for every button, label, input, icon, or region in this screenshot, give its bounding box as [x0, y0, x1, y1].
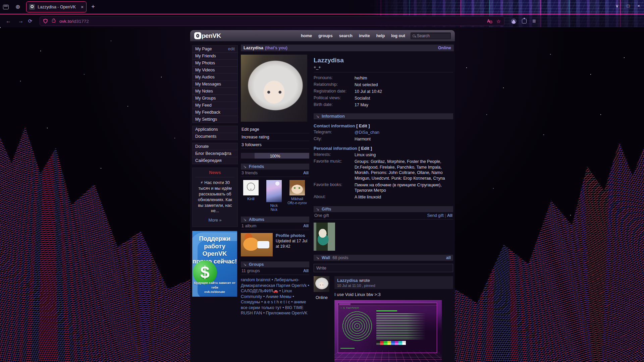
- bookmark-star-icon[interactable]: ☆: [496, 19, 501, 24]
- friends-row: Kirill Nick Nick Mikhail: [241, 180, 309, 212]
- nav-groups[interactable]: groups: [318, 34, 332, 38]
- search-input[interactable]: [417, 34, 449, 38]
- friend-name[interactable]: Kirill: [241, 197, 261, 201]
- site-nav: home groups search invite help log out: [301, 34, 405, 38]
- friend-name-2[interactable]: Nick: [264, 207, 284, 212]
- friend-item[interactable]: Nick Nick: [264, 180, 284, 212]
- translate-icon[interactable]: A: [487, 19, 492, 23]
- sidebar-item-my-feed[interactable]: My Feed: [193, 102, 237, 109]
- sidebar-item-documents[interactable]: Documents: [193, 133, 237, 140]
- contact-edit-link[interactable]: [ Edit ]: [356, 123, 370, 128]
- album-title-link[interactable]: Profile photos: [276, 233, 309, 238]
- nav-home[interactable]: home: [301, 34, 312, 38]
- personal-edit-link[interactable]: [ Edit ]: [359, 146, 372, 151]
- sidebar-item-applications[interactable]: Applications: [193, 126, 237, 133]
- sidebar-item-donate[interactable]: Donate: [193, 143, 237, 150]
- sidebar-item-my-groups[interactable]: My Groups: [193, 95, 237, 102]
- extensions-icon[interactable]: [522, 19, 527, 23]
- wall-all-link[interactable]: all: [446, 255, 451, 260]
- nav-help[interactable]: help: [376, 34, 385, 38]
- telegram-link[interactable]: @DiSa_chan: [355, 130, 453, 135]
- profile-status[interactable]: +_+: [314, 64, 453, 72]
- nav-logout[interactable]: log out: [391, 34, 405, 38]
- friend-name[interactable]: Nick: [264, 203, 284, 207]
- album-thumbnail[interactable]: [241, 233, 273, 256]
- nav-invite[interactable]: invite: [359, 34, 370, 38]
- sidebar-edit-link[interactable]: edit: [228, 47, 235, 51]
- url-bar[interactable]: ovk.to/id31772 A ☆: [40, 16, 504, 26]
- gifts-all-link[interactable]: All: [447, 213, 452, 218]
- sidebar-item-my-friends[interactable]: My Friends: [193, 52, 237, 59]
- friend-item[interactable]: Kirill: [241, 180, 261, 201]
- post-author-avatar[interactable]: [314, 276, 329, 292]
- browser-tab[interactable]: O Lazzydisa - OpenVK ×: [26, 1, 87, 12]
- menu-icon[interactable]: ≡: [532, 18, 536, 24]
- terminal-command: ~ $ fastfetch: [340, 307, 359, 309]
- reload-button[interactable]: ⟳: [26, 18, 34, 24]
- sidebar-item-my-notes[interactable]: My Notes: [193, 87, 237, 95]
- site-search: [411, 33, 451, 39]
- donate-banner-url: ovk.to/donate: [192, 290, 237, 294]
- followers-link[interactable]: 3 followers: [241, 141, 309, 149]
- post-author-link[interactable]: Lazzydisa: [337, 278, 358, 283]
- post-author-online: Online: [314, 295, 330, 300]
- groups-all-link[interactable]: All: [303, 268, 309, 273]
- sidebar-item-my-photos[interactable]: My Photos: [193, 59, 237, 66]
- information-title: Information: [322, 114, 345, 119]
- edit-page-link[interactable]: Edit page: [241, 126, 309, 133]
- field-value: Пикник на обочине (в принципе Стругацкие…: [355, 182, 453, 193]
- albums-all-link[interactable]: All: [303, 224, 309, 228]
- post-date[interactable]: 10 Jul at 11:10 , pinned: [337, 284, 450, 288]
- lock-icon[interactable]: [52, 20, 55, 22]
- online-status: Online: [438, 46, 451, 50]
- minimize-icon[interactable]: ∨: [615, 3, 619, 8]
- news-more-link[interactable]: More »: [195, 218, 235, 223]
- section-arrow-icon: ↘: [243, 217, 247, 222]
- openvk-logo[interactable]: penVK: [194, 32, 221, 40]
- sidebar-menu-secondary: Applications Documents: [192, 126, 238, 140]
- sidebar-item-blog[interactable]: Блог Веселкрафта: [193, 150, 237, 157]
- friend-avatar[interactable]: [243, 180, 259, 195]
- friend-item[interactable]: Mikhail Offz-e-eyrov: [287, 180, 307, 205]
- profile-strip-you: (that's you): [265, 46, 287, 50]
- sidebar-item-my-videos[interactable]: My Videos: [193, 66, 237, 73]
- close-icon[interactable]: ×: [637, 3, 640, 8]
- account-icon[interactable]: [511, 19, 516, 24]
- sidebar-item-my-settings[interactable]: My Settings: [193, 116, 237, 123]
- maximize-icon[interactable]: □: [627, 3, 630, 8]
- groups-list[interactable]: random brainrot • Либерально-Демократиче…: [241, 277, 309, 316]
- sidebar-item-my-page[interactable]: My Pageedit: [193, 46, 237, 52]
- globe-tab-icon[interactable]: ⊕: [15, 4, 20, 10]
- sidebar: My Pageedit My Friends My Photos My Vide…: [192, 41, 238, 362]
- terminal-color-palette-row2: [376, 343, 406, 345]
- section-arrow-icon: ↘: [316, 255, 319, 260]
- sidebar-item-my-audios[interactable]: My Audios: [193, 73, 237, 80]
- profile-avatar[interactable]: [241, 55, 307, 122]
- post-wrote-label: wrote: [359, 278, 370, 283]
- friend-avatar[interactable]: [266, 180, 282, 202]
- gift-image[interactable]: [314, 223, 335, 251]
- friend-name[interactable]: Mikhail: [287, 197, 307, 201]
- sidebar-item-my-messages[interactable]: My Messages: [193, 80, 237, 87]
- window-controls: ∨ □ ×: [615, 3, 640, 8]
- back-button[interactable]: ←: [4, 18, 12, 24]
- forward-button[interactable]: →: [17, 18, 25, 24]
- sidebar-item-my-feedback[interactable]: My Feedback: [193, 109, 237, 116]
- friend-name-2[interactable]: Offz-e-eyrov: [287, 201, 307, 205]
- wall-write-input[interactable]: [314, 264, 453, 272]
- section-arrow-icon: ↘: [316, 207, 319, 212]
- void-linux-logo: [338, 307, 376, 345]
- sidebar-item-cyberpedia[interactable]: Сайберпедия: [193, 157, 237, 164]
- firefox-view-icon[interactable]: [3, 5, 9, 9]
- friends-all-link[interactable]: All: [303, 171, 309, 175]
- friend-avatar[interactable]: [289, 180, 305, 195]
- increase-rating-link[interactable]: Increase rating: [241, 133, 309, 141]
- tracking-shield-icon[interactable]: [43, 19, 48, 23]
- donate-banner[interactable]: Поддержи работу OpenVK прямо сейчас! $ Б…: [192, 231, 237, 297]
- nav-search[interactable]: search: [339, 34, 353, 38]
- new-tab-button[interactable]: +: [91, 3, 95, 10]
- send-gift-link[interactable]: Send gift: [427, 213, 443, 218]
- tab-close-icon[interactable]: ×: [81, 4, 84, 10]
- section-arrow-icon: ↘: [316, 114, 319, 119]
- post-image-screenshot[interactable]: ~ $ fastfetch: [334, 300, 442, 362]
